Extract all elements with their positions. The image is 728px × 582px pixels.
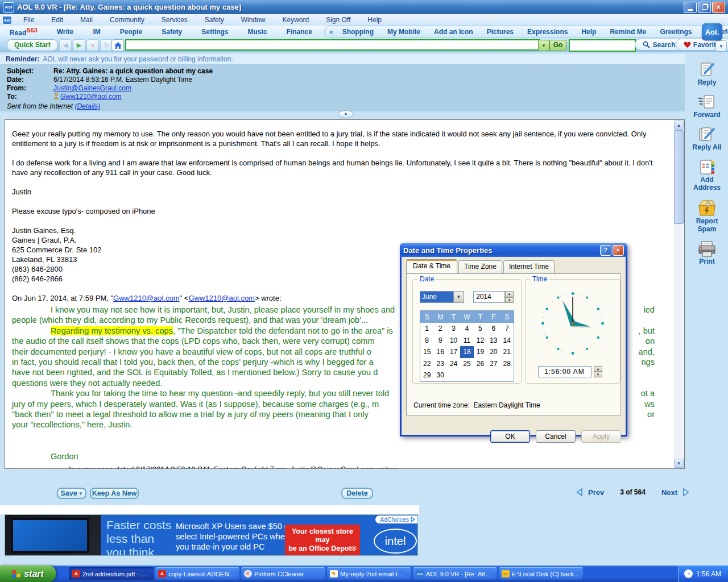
toolbar-item[interactable]: Write	[47, 28, 84, 36]
tab-date-time[interactable]: Date & Time	[406, 259, 457, 273]
menu-item[interactable]: Safety	[196, 16, 233, 24]
calendar-day[interactable]	[487, 369, 500, 381]
details-link[interactable]: (Details)	[75, 102, 100, 110]
calendar[interactable]: SMTWTFS123456789101112131415161718192021…	[420, 310, 514, 382]
start-button[interactable]: start	[0, 566, 56, 582]
restore-button[interactable]	[698, 2, 711, 13]
calendar-day[interactable]: 26	[474, 358, 487, 370]
vertical-scrollbar[interactable]: ▲ ▼	[674, 120, 684, 468]
dialog-title-bar[interactable]: Date and Time Properties ? ×	[400, 243, 627, 257]
calendar-day[interactable]: 16	[433, 346, 446, 358]
calendar-day[interactable]: 25	[460, 358, 473, 370]
taskbar-button[interactable]: ▭ E:\Local Disk (C) back...	[499, 567, 583, 580]
menu-item[interactable]: Keyword	[274, 16, 317, 24]
minimize-button[interactable]	[684, 2, 697, 13]
menu-item[interactable]: Sign Off	[317, 16, 359, 24]
calendar-day[interactable]: 19	[474, 346, 487, 358]
stop-button[interactable]: ×	[86, 39, 99, 51]
tray-clock-icon[interactable]: ◔	[684, 569, 693, 578]
ok-button[interactable]: OK	[490, 430, 530, 443]
apply-button[interactable]: Apply	[581, 430, 621, 443]
from-address-link[interactable]: Justin@GainesGraul.com	[53, 84, 131, 93]
scroll-down-button[interactable]: ▼	[674, 459, 684, 468]
calendar-day[interactable]	[447, 369, 460, 381]
calendar-day[interactable]: 13	[487, 335, 500, 347]
favorites-dropdown-button[interactable]: ▼	[715, 40, 727, 52]
prev-arrow-icon[interactable]	[576, 488, 585, 497]
scroll-up-button[interactable]: ▲	[674, 120, 684, 130]
calendar-day[interactable]: 10	[447, 335, 460, 347]
calendar-day[interactable]: 30	[433, 369, 446, 381]
save-button[interactable]: Save▼	[57, 488, 86, 499]
ad-banner[interactable]: Faster costsless thanyou think Microsoft…	[5, 514, 418, 556]
calendar-day[interactable]: 6	[487, 323, 500, 335]
calendar-day[interactable]: 12	[474, 335, 487, 347]
address-dropdown-button[interactable]: ▼	[538, 40, 549, 51]
calendar-day[interactable]: 15	[420, 346, 434, 358]
reload-button[interactable]: ↻	[100, 39, 113, 51]
address-input[interactable]	[125, 39, 540, 51]
toolbar-item[interactable]: Add an Icon	[427, 28, 480, 36]
collapse-header-button[interactable]: ▲	[338, 110, 354, 118]
menu-item[interactable]: Help	[359, 16, 390, 24]
sidebar-action[interactable]: Reply All	[693, 126, 722, 151]
calendar-day[interactable]: 17	[447, 346, 460, 358]
quick-start-button[interactable]: Quick Start	[7, 39, 58, 51]
calendar-day[interactable]	[500, 369, 514, 381]
calendar-day[interactable]: 9	[433, 335, 446, 347]
calendar-day[interactable]: 20	[487, 346, 500, 358]
month-select[interactable]: June ▼	[420, 291, 464, 303]
find-a-store-link[interactable]: FIND A STORE ▸	[285, 555, 360, 556]
prev-button[interactable]: Prev	[588, 488, 604, 497]
search-input[interactable]	[569, 39, 636, 52]
calendar-day[interactable]: 1	[420, 323, 434, 335]
toolbar-item[interactable]: People	[110, 28, 152, 36]
sidebar-action[interactable]: Forward	[693, 94, 720, 119]
calendar-day[interactable]: 11	[460, 335, 473, 347]
dialog-help-button[interactable]: ?	[600, 245, 611, 256]
calendar-day[interactable]: 21	[500, 346, 514, 358]
calendar-day[interactable]: 27	[487, 358, 500, 370]
taskbar-button[interactable]: ✎ My-reply-2nd-email-t...	[327, 567, 411, 580]
cancel-button[interactable]: Cancel	[536, 430, 576, 443]
close-button[interactable]: ×	[712, 2, 725, 13]
ad-offer-box[interactable]: Your closest store maybe an Office Depot…	[285, 525, 360, 555]
calendar-day[interactable]: 24	[447, 358, 460, 370]
calendar-day[interactable]: 29	[420, 369, 434, 381]
quoted-address-link[interactable]: Gww1210@aol.com	[113, 294, 180, 302]
calendar-day[interactable]: 14	[500, 335, 514, 347]
taskbar-button[interactable]: A 2nd-addendum.pdf - ...	[69, 567, 154, 580]
aol-logo[interactable]: Aol.	[702, 23, 722, 40]
scrollbar-thumb[interactable]	[674, 130, 684, 224]
calendar-day[interactable]	[460, 369, 473, 381]
taskbar-button[interactable]: C Piriform CCleaner	[241, 567, 325, 580]
menu-item[interactable]: Edit	[43, 16, 72, 24]
toolbar-item[interactable]: Shopping	[336, 28, 380, 36]
calendar-day[interactable]: 3	[447, 323, 460, 335]
home-button[interactable]	[111, 39, 124, 51]
next-button[interactable]: Next	[661, 488, 677, 497]
calendar-day[interactable]: 7	[500, 323, 514, 335]
time-field[interactable]: 1:56:00 AM	[538, 366, 592, 377]
toolbar-item[interactable]: Expressions	[520, 28, 574, 36]
dialog-close-button[interactable]: ×	[613, 245, 624, 256]
year-field[interactable]: 2014	[473, 291, 505, 303]
calendar-day[interactable]: 23	[433, 358, 446, 370]
toolbar-item[interactable]: Settings	[192, 28, 238, 36]
calendar-day[interactable]: 18	[460, 346, 473, 358]
next-arrow-icon[interactable]	[681, 488, 690, 497]
menu-item[interactable]: File	[15, 16, 43, 24]
menu-item[interactable]: Mail	[72, 16, 101, 24]
time-spinner[interactable]: ▲▼	[594, 366, 602, 377]
calendar-day[interactable]	[474, 369, 487, 381]
calendar-day[interactable]: 5	[474, 323, 487, 335]
sidebar-action[interactable]: Print	[697, 240, 717, 265]
toolbar-item[interactable]: Pictures	[480, 28, 520, 36]
sidebar-action[interactable]: Reply	[697, 61, 717, 86]
toolbar-item[interactable]: IM	[84, 28, 110, 36]
calendar-day[interactable]: 2	[433, 323, 446, 335]
go-button[interactable]: Go	[549, 40, 566, 51]
calendar-day[interactable]: 4	[460, 323, 473, 335]
to-address-link[interactable]: Gww1210@aol.com	[60, 93, 122, 102]
chevron-left-icon[interactable]: «	[327, 28, 336, 36]
